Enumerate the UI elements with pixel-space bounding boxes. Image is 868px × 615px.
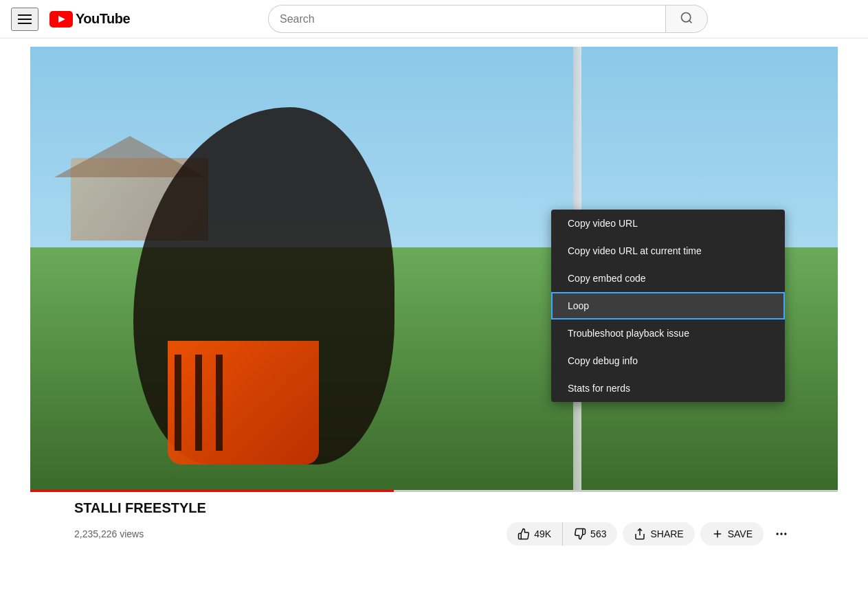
context-menu-item-copy-video-url[interactable]: Copy video URL (551, 210, 785, 237)
header-left: YouTube (11, 8, 130, 31)
save-label: SAVE (728, 528, 753, 539)
save-icon (711, 528, 724, 540)
logo-text: YouTube (76, 11, 130, 27)
share-label: SHARE (650, 528, 683, 539)
svg-point-9 (784, 533, 786, 535)
main: Copy video URLCopy video URL at current … (0, 38, 868, 563)
like-dislike-group: 49K 563 (507, 522, 617, 546)
svg-point-7 (777, 533, 779, 535)
share-icon (634, 528, 646, 540)
video-title: STALLI FREESTYLE (74, 500, 794, 516)
thumbs-down-icon (574, 528, 586, 540)
like-count: 49K (534, 528, 551, 539)
menu-button[interactable] (11, 8, 38, 31)
svg-point-8 (780, 533, 782, 535)
svg-line-3 (689, 21, 692, 23)
context-menu-item-copy-embed-code[interactable]: Copy embed code (551, 265, 785, 292)
video-actions: 49K 563 (507, 522, 794, 546)
save-button[interactable]: SAVE (700, 522, 764, 546)
context-menu-item-troubleshoot[interactable]: Troubleshoot playback issue (551, 320, 785, 347)
search-input[interactable] (268, 5, 665, 33)
video-meta-row: 2,235,226 views 49K (74, 522, 794, 546)
video-views: 2,235,226 views (74, 528, 144, 539)
more-button[interactable] (769, 522, 794, 546)
context-menu-item-copy-video-url-time[interactable]: Copy video URL at current time (551, 237, 785, 265)
video-info: STALLI FREESTYLE 2,235,226 views 49K (30, 492, 838, 555)
search-icon (680, 11, 693, 25)
like-button[interactable]: 49K (507, 522, 563, 546)
svg-point-2 (682, 13, 691, 22)
search-bar (268, 5, 708, 33)
dislike-button[interactable]: 563 (563, 522, 617, 546)
logo[interactable]: YouTube (49, 11, 130, 27)
context-menu-item-loop[interactable]: Loop (551, 292, 785, 320)
video-player[interactable]: Copy video URLCopy video URL at current … (30, 47, 838, 492)
context-menu-item-copy-debug-info[interactable]: Copy debug info (551, 347, 785, 374)
youtube-logo-icon (49, 11, 73, 27)
progress-bar-fill (30, 490, 394, 492)
search-button[interactable] (665, 5, 708, 33)
dislike-count: 563 (590, 528, 606, 539)
context-menu: Copy video URLCopy video URL at current … (551, 210, 785, 402)
share-button[interactable]: SHARE (623, 522, 694, 546)
video-container: Copy video URLCopy video URL at current … (30, 47, 838, 555)
thumbs-up-icon (518, 528, 530, 540)
header: YouTube (0, 0, 868, 38)
context-menu-item-stats-for-nerds[interactable]: Stats for nerds (551, 374, 785, 402)
more-icon (775, 527, 788, 541)
progress-bar-container (30, 490, 838, 492)
